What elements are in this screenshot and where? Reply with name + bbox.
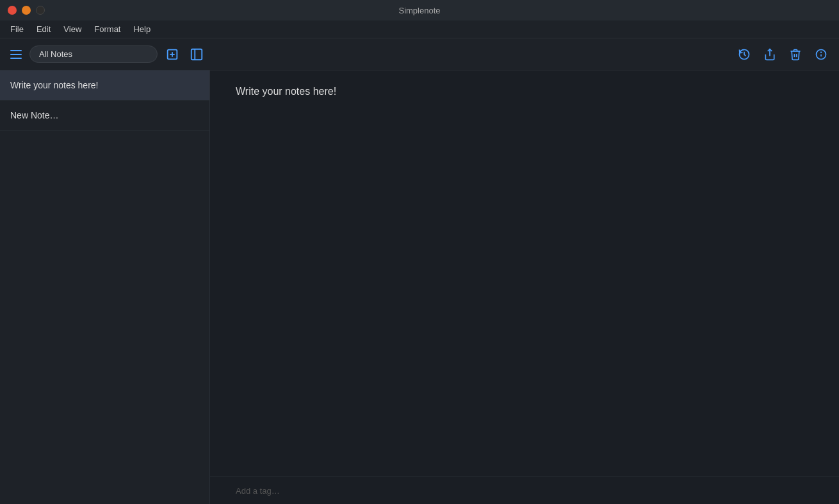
menu-view[interactable]: View: [58, 22, 86, 36]
menu-help[interactable]: Help: [128, 22, 156, 36]
note-item-title-0: Write your notes here!: [10, 80, 98, 90]
sidebar-toggle-button[interactable]: [187, 45, 206, 64]
hamburger-button[interactable]: [8, 47, 24, 61]
trash-button[interactable]: [785, 44, 806, 65]
editor-footer: [210, 476, 839, 504]
editor-area: Write your notes here!: [210, 70, 839, 504]
history-icon: [738, 48, 751, 61]
new-note-button[interactable]: [163, 45, 182, 64]
svg-point-10: [821, 52, 822, 53]
info-button[interactable]: [811, 44, 831, 65]
note-item-title-1: New Note…: [10, 110, 58, 120]
maximize-button[interactable]: [36, 6, 45, 15]
svg-rect-3: [191, 49, 202, 60]
menu-file[interactable]: File: [5, 22, 29, 36]
share-button[interactable]: [760, 44, 780, 65]
editor-textarea[interactable]: Write your notes here!: [236, 83, 813, 464]
hamburger-line-1: [10, 50, 22, 51]
close-button[interactable]: [8, 6, 17, 15]
share-icon: [763, 48, 776, 61]
editor-content: Write your notes here!: [210, 70, 839, 476]
history-button[interactable]: [734, 44, 754, 65]
title-bar: Simplenote: [0, 0, 839, 20]
search-input[interactable]: [29, 45, 158, 63]
info-icon: [815, 48, 827, 61]
main-content: Write your notes here! New Note… Write y…: [0, 70, 839, 504]
trash-icon: [789, 48, 802, 61]
tag-input[interactable]: [236, 486, 813, 496]
hamburger-line-2: [10, 54, 22, 55]
menu-format[interactable]: Format: [89, 22, 126, 36]
traffic-lights: [8, 6, 45, 15]
menu-edit[interactable]: Edit: [31, 22, 56, 36]
hamburger-line-3: [10, 58, 22, 59]
minimize-button[interactable]: [22, 6, 31, 15]
menu-bar: File Edit View Format Help: [0, 20, 839, 38]
toolbar-right: [734, 44, 831, 65]
note-item-0[interactable]: Write your notes here!: [0, 70, 209, 101]
sidebar-icon: [190, 47, 204, 61]
sidebar: Write your notes here! New Note…: [0, 70, 210, 504]
app-title: Simplenote: [398, 6, 440, 15]
note-item-1[interactable]: New Note…: [0, 101, 209, 131]
toolbar-left: [8, 45, 729, 64]
toolbar: [0, 38, 839, 70]
new-note-icon: [165, 47, 179, 61]
